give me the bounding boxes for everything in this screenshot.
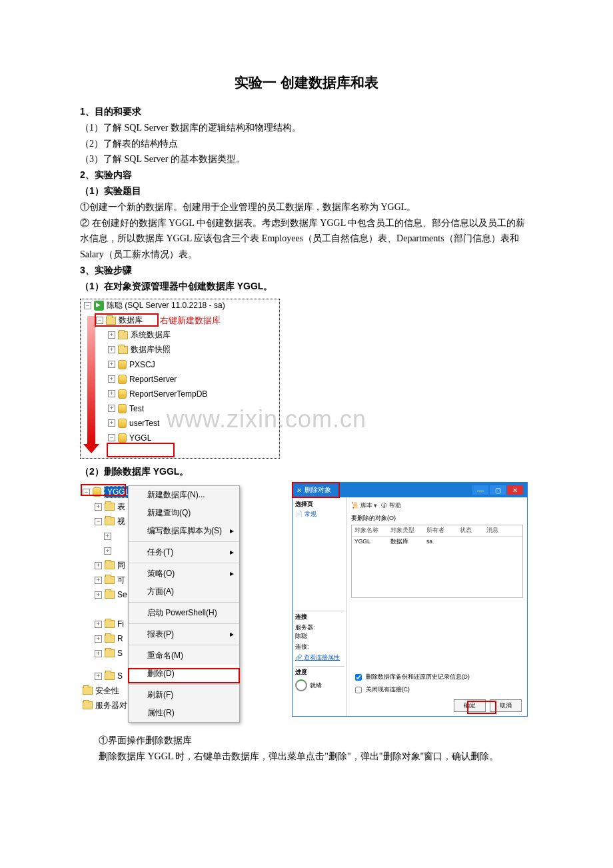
plus-expander-icon[interactable]: + bbox=[108, 361, 115, 368]
chevron-right-icon: ▸ bbox=[230, 526, 234, 535]
folder-icon bbox=[106, 317, 116, 325]
delete-dialog: ✕ 删除对象 — ▢ ✕ 选择页 📄 常规 📜 脚本 ▾ 🛈 帮助 bbox=[292, 482, 528, 717]
menu-script[interactable]: 编写数据库脚本为(S)▸ bbox=[129, 522, 239, 540]
grid-header-row: 对象名称 对象类型 所有者 状态 消息 bbox=[352, 525, 522, 537]
section-connection: 连接 bbox=[295, 611, 344, 621]
minus-expander-icon[interactable]: − bbox=[83, 489, 90, 496]
section-3-heading: 3、实验步骤 bbox=[80, 263, 533, 279]
annotation-new-db: 右键新建数据库 bbox=[160, 315, 221, 327]
menu-reports[interactable]: 报表(P)▸ bbox=[129, 625, 239, 643]
menu-refresh[interactable]: 刷新(F) bbox=[129, 686, 239, 704]
minimize-icon[interactable]: — bbox=[472, 485, 488, 495]
minus-expander-icon[interactable]: − bbox=[96, 317, 103, 324]
section-2-p2: ② 在创建好的数据库 YGGL 中创建数据表。考虑到数据库 YGGL 中包含员工… bbox=[80, 215, 533, 263]
database-icon bbox=[118, 419, 127, 428]
menu-powershell[interactable]: 启动 PowerShell(H) bbox=[129, 604, 239, 622]
script-button[interactable]: 📜 脚本 ▾ bbox=[351, 501, 377, 510]
section-progress: 进度 bbox=[295, 666, 344, 677]
conn-label: 连接: bbox=[295, 643, 344, 651]
menu-rename[interactable]: 重命名(M) bbox=[129, 647, 239, 665]
context-menu: 新建数据库(N)... 新建查询(Q) 编写数据库脚本为(S)▸ 任务(T)▸ … bbox=[128, 485, 240, 723]
progress-label: 就绪 bbox=[310, 681, 322, 690]
tree-item[interactable]: +ReportServerTempDB bbox=[80, 387, 533, 401]
folder-icon bbox=[118, 331, 128, 339]
chk-delete-backup[interactable]: 删除数据库备份和还原历史记录信息(D) bbox=[352, 672, 522, 683]
menu-separator bbox=[129, 602, 239, 603]
menu-separator bbox=[129, 541, 239, 542]
section-2-heading: 2、实验内容 bbox=[80, 167, 533, 183]
tree-item[interactable]: +userTest bbox=[80, 416, 533, 431]
menu-separator bbox=[129, 623, 239, 624]
help-button[interactable]: 🛈 帮助 bbox=[381, 501, 401, 510]
menu-policy[interactable]: 策略(O)▸ bbox=[129, 565, 239, 583]
plus-expander-icon[interactable]: + bbox=[108, 405, 115, 412]
chevron-right-icon: ▸ bbox=[230, 569, 234, 578]
plus-expander-icon[interactable]: + bbox=[108, 375, 115, 383]
section-3-sub1: （1）在对象资源管理器中创建数据库 YGGL。 bbox=[80, 279, 533, 295]
section-1-p1: （1）了解 SQL Server 数据库的逻辑结构和物理结构。 bbox=[80, 120, 533, 136]
plus-expander-icon[interactable]: + bbox=[108, 419, 115, 427]
menu-delete[interactable]: 删除(D) bbox=[129, 665, 239, 683]
document-page: 实验一 创建数据库和表 1、目的和要求 （1）了解 SQL Server 数据库… bbox=[0, 0, 613, 805]
server-icon bbox=[94, 301, 104, 311]
close-icon: ✕ bbox=[297, 487, 302, 494]
database-icon bbox=[118, 375, 127, 384]
section-1-heading: 1、目的和要求 bbox=[80, 104, 533, 120]
section-3-sub2: （2）删除数据库 YGGL。 bbox=[80, 464, 533, 480]
conn-server-value: 陈聪 bbox=[295, 632, 344, 641]
progress-icon bbox=[295, 679, 307, 691]
tree-item[interactable]: +数据库快照 bbox=[80, 343, 533, 357]
tree-item[interactable]: −YGGL bbox=[80, 431, 533, 445]
red-arrow-icon bbox=[87, 316, 95, 447]
menu-separator bbox=[129, 684, 239, 685]
tree-db-folder[interactable]: − 数据库 右键新建数据库 bbox=[80, 313, 533, 328]
left-pane-item[interactable]: 📄 常规 bbox=[295, 510, 344, 519]
tree-item[interactable]: +Test bbox=[80, 401, 533, 416]
section-2-sub: （1）实验题目 bbox=[80, 183, 533, 199]
plus-expander-icon[interactable]: + bbox=[108, 331, 115, 339]
dialog-titlebar[interactable]: ✕ 删除对象 — ▢ ✕ bbox=[293, 483, 527, 497]
menu-tasks[interactable]: 任务(T)▸ bbox=[129, 543, 239, 561]
menu-new-query[interactable]: 新建查询(Q) bbox=[129, 504, 239, 522]
section-1-p3: （3）了解 SQL Server 的基本数据类型。 bbox=[80, 151, 533, 167]
tree-item[interactable]: +系统数据库 bbox=[80, 328, 533, 343]
tree-item[interactable]: +ReportServer bbox=[80, 372, 533, 387]
chk-close-conn[interactable]: 关闭现有连接(C) bbox=[352, 685, 522, 695]
menu-separator bbox=[129, 563, 239, 563]
minus-expander-icon[interactable]: − bbox=[84, 302, 91, 309]
menu-separator bbox=[129, 645, 239, 645]
screenshot-row: − YGGL 右键单击数据库 +表 −视 + + +同 +可 +Se +Fi +… bbox=[80, 482, 533, 717]
dialog-title: 删除对象 bbox=[305, 485, 331, 495]
plus-expander-icon[interactable]: + bbox=[108, 390, 115, 397]
maximize-icon[interactable]: ▢ bbox=[490, 485, 506, 495]
close-icon[interactable]: ✕ bbox=[507, 485, 523, 495]
database-icon bbox=[118, 360, 127, 369]
cancel-button[interactable]: 取消 bbox=[490, 699, 522, 712]
bottom-p1: ①界面操作删除数据库 bbox=[80, 733, 533, 749]
view-conn-properties-link[interactable]: 🔗 查看连接属性 bbox=[295, 654, 344, 662]
minus-expander-icon[interactable]: − bbox=[108, 434, 115, 441]
tree-screenshot-1: − 陈聪 (SQL Server 11.0.2218 - sa) − 数据库 右… bbox=[80, 299, 533, 461]
chevron-right-icon: ▸ bbox=[230, 547, 234, 557]
tree-root[interactable]: − 陈聪 (SQL Server 11.0.2218 - sa) bbox=[80, 299, 533, 313]
database-icon bbox=[118, 433, 127, 443]
chevron-right-icon: ▸ bbox=[230, 629, 234, 639]
tree-item[interactable]: +PXSCJ bbox=[80, 357, 533, 372]
database-icon bbox=[93, 487, 101, 497]
left-pane-heading: 选择页 bbox=[295, 500, 344, 509]
folder-icon bbox=[118, 346, 128, 354]
objects-label: 要删除的对象(O) bbox=[351, 514, 523, 523]
plus-expander-icon[interactable]: + bbox=[108, 346, 115, 353]
db-folder-label: 数据库 bbox=[119, 315, 143, 326]
menu-facets[interactable]: 方面(A) bbox=[129, 583, 239, 601]
grid-data-row[interactable]: YGGL 数据库 sa bbox=[352, 537, 522, 547]
conn-server-label: 服务器: bbox=[295, 623, 344, 632]
ok-button[interactable]: 确定 bbox=[454, 699, 486, 712]
database-icon bbox=[118, 389, 127, 399]
menu-new-db[interactable]: 新建数据库(N)... bbox=[129, 486, 239, 504]
page-title: 实验一 创建数据库和表 bbox=[80, 73, 533, 92]
menu-properties[interactable]: 属性(R) bbox=[129, 704, 239, 722]
database-icon bbox=[118, 404, 127, 413]
section-2-p1: ①创建一个新的数据库。创建用于企业管理的员工数据库，数据库名称为 YGGL。 bbox=[80, 199, 533, 215]
section-1-p2: （2）了解表的结构特点 bbox=[80, 136, 533, 152]
